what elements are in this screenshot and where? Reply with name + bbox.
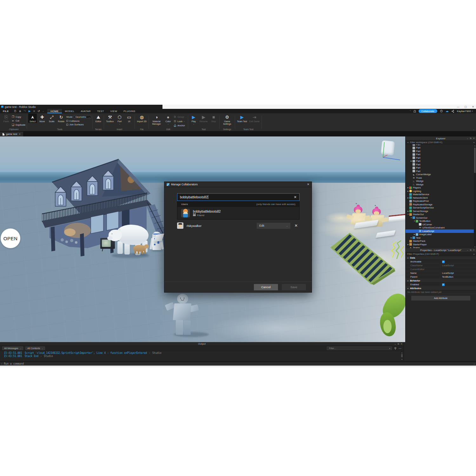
chevron-up-icon[interactable]: ⌃ (409, 110, 411, 112)
resume-button[interactable]: ▶Resume (199, 114, 208, 123)
expand-closed-icon[interactable]: ▶ (413, 234, 416, 235)
expand-closed-icon[interactable]: ▶ (407, 187, 409, 188)
tree-item-serverstorage[interactable]: ▶ServerStorage (406, 209, 476, 213)
explorer-scrollbar[interactable]: ▲ ▼ (474, 144, 476, 248)
panel-close-icon[interactable]: ✕ (401, 343, 402, 345)
output-log[interactable]: 15:43:51.001Script 'cloud_142346332.Spri… (0, 351, 404, 361)
contexts-filter-dropdown[interactable]: All Contexts⌄ (25, 347, 45, 350)
scroll-up-icon[interactable]: ▲ (474, 145, 476, 147)
tree-item-truss[interactable]: ▤Truss (406, 176, 476, 180)
collaborate-button[interactable]: Collaborate (419, 109, 437, 113)
search-result-item[interactable]: bobbybattleboots82 Friend (177, 207, 299, 217)
select-button[interactable]: ➤Select (28, 114, 37, 123)
tree-item-uicorner[interactable]: UICorner (406, 223, 476, 226)
menu-tab-model[interactable]: MODEL (62, 109, 78, 113)
panel-close-icon[interactable]: ✕ (473, 137, 475, 140)
help-icon[interactable]: ? (440, 110, 443, 112)
stop-button[interactable]: ■Stop (209, 114, 218, 123)
qat-more-icon[interactable]: ⌄ (43, 110, 44, 112)
duplicate-button[interactable]: ❑Duplicate (11, 123, 25, 126)
tree-item-part[interactable]: ▶Part (406, 160, 476, 163)
panel-collapse-icon[interactable]: ⌄ (394, 343, 396, 345)
panel-popout-icon[interactable]: ⧉ (470, 249, 472, 251)
expand-closed-icon[interactable]: ▶ (407, 210, 409, 212)
ui-button[interactable]: ▭UI (125, 114, 133, 123)
open-billboard-button[interactable]: OPEN (1, 228, 20, 248)
team-test-button[interactable]: ▶Team Test (236, 114, 248, 123)
play-button[interactable]: ▶Play⌄ (189, 114, 198, 125)
menu-tab-home[interactable]: HOME (47, 109, 62, 113)
copy-button[interactable]: ❐Copy (11, 115, 25, 118)
tree-item-wedge[interactable]: ◺Wedge (406, 180, 476, 183)
explorer-filter-input[interactable]: ▼ Filter workspace (Ctrl+Shift+X) ▾ (406, 141, 476, 144)
tree-item-textbutton[interactable]: ▼TextButton (406, 220, 476, 223)
hazard-ramp-model[interactable] (329, 231, 397, 285)
expand-closed-icon[interactable]: ▶ (410, 160, 413, 162)
file-menu[interactable]: FILE (0, 109, 12, 113)
tree-item-part[interactable]: Part (406, 156, 476, 160)
tree-item-startergui[interactable]: ▼StarterGui (406, 213, 476, 216)
collaborator-search-input[interactable]: bobbybattleboots82 ✕ (177, 193, 300, 201)
redo-icon[interactable]: ↷ (23, 109, 26, 113)
tree-item-test[interactable]: ▶Test (406, 236, 476, 240)
expand-open-icon[interactable]: ▼ (407, 214, 409, 215)
menu-tab-plugins[interactable]: PLUGINS (120, 109, 138, 113)
tree-item-materialservice[interactable]: MaterialService (406, 193, 476, 196)
expand-closed-icon[interactable]: ▶ (407, 190, 409, 192)
rotate-button[interactable]: ↻Rotate (57, 114, 65, 123)
lock-button[interactable]: ⚿Lock⌄ (173, 120, 186, 123)
color-button[interactable]: ●Color⌄ (164, 114, 172, 125)
tree-item-localscript[interactable]: ≡LocalScript (406, 229, 476, 233)
mode-dropdown[interactable]: Geometric⌄ (74, 115, 91, 119)
cancel-button[interactable]: Cancel (254, 284, 278, 290)
tree-item-cornerwedge[interactable]: ◣CornerWedge (406, 173, 476, 176)
tree-item-players[interactable]: ▶Players (406, 186, 476, 190)
property-value[interactable]: ✓ (440, 261, 476, 263)
paste-button[interactable]: ⎘Paste (2, 114, 10, 123)
editor-button[interactable]: ⛰Editor (94, 114, 102, 123)
roblox-character-model[interactable] (165, 294, 200, 337)
checkbox-checked-icon[interactable]: ✓ (442, 261, 445, 263)
ribbon-collapse-icon[interactable]: ⌄ (473, 128, 474, 130)
clear-search-icon[interactable]: ✕ (294, 195, 297, 199)
cut-button[interactable]: ✂Cut (11, 119, 25, 122)
part-button[interactable]: ⬡Part⌄ (115, 114, 124, 125)
panel-popout-icon[interactable]: ⧉ (470, 137, 472, 140)
tab-close-icon[interactable]: ✕ (19, 133, 21, 136)
expand-open-icon[interactable]: ▼ (410, 217, 413, 219)
expand-closed-icon[interactable]: ▶ (407, 244, 409, 245)
tree-item-networkclient[interactable]: ▶NetworkClient (406, 196, 476, 200)
tree-item-part[interactable]: Part (406, 163, 476, 166)
checkbox-checked-icon[interactable]: ✓ (442, 283, 445, 286)
tree-item-screengui[interactable]: ▼ScreenGui (406, 216, 476, 220)
output-filter-input[interactable]: Filter...▾ (327, 347, 392, 350)
tree-item-replicatedstorage[interactable]: ReplicatedStorage (406, 203, 476, 206)
tree-item-part[interactable]: Part (406, 166, 476, 170)
panel-collapse-icon[interactable]: ⌄ (466, 137, 468, 140)
bear-cub-model[interactable] (131, 244, 150, 256)
tree-item-starterpack[interactable]: StarterPack (406, 240, 476, 243)
mode-selector[interactable]: Mode:Geometric⌄ (66, 115, 91, 119)
tree-item-part[interactable]: Part (406, 146, 476, 150)
property-section-behavior[interactable]: ▼Behavior (406, 279, 476, 283)
open-file-icon[interactable]: ⧈ (19, 109, 21, 113)
notifications-bell-icon[interactable] (414, 110, 416, 112)
scale-button[interactable]: ⤢Scale (47, 114, 56, 123)
tree-item-serverscriptservice[interactable]: ServerScriptService (406, 206, 476, 210)
exit-game-button[interactable]: ⇥Exit Game (249, 114, 261, 123)
scroll-down-icon[interactable]: ▼ (401, 358, 403, 360)
join-surfaces-checkbox[interactable]: Join Surfaces (66, 123, 91, 126)
panel-popout-icon[interactable]: ⧉ (398, 343, 399, 345)
undo-icon[interactable]: ↺ (37, 109, 40, 113)
output-scrollbar[interactable]: ▲ ▼ (401, 352, 403, 360)
tree-item-imagelabel[interactable]: ▶ImageLabel (406, 233, 476, 236)
remove-collaborator-icon[interactable]: ✕ (294, 223, 298, 228)
menu-tab-avatar[interactable]: AVATAR (78, 109, 94, 113)
property-value[interactable]: ✓ (440, 283, 476, 286)
document-tab-game-test[interactable]: game test ✕ (0, 132, 23, 136)
tree-item-part[interactable]: Part (406, 149, 476, 153)
anchor-button[interactable]: ⚓Anchor (173, 124, 186, 127)
more-options-icon[interactable]: ⋯ (399, 347, 401, 350)
command-bar-input[interactable]: ⁝ Run a command ▾ (0, 362, 476, 366)
minimize-button[interactable]: — (457, 105, 459, 108)
